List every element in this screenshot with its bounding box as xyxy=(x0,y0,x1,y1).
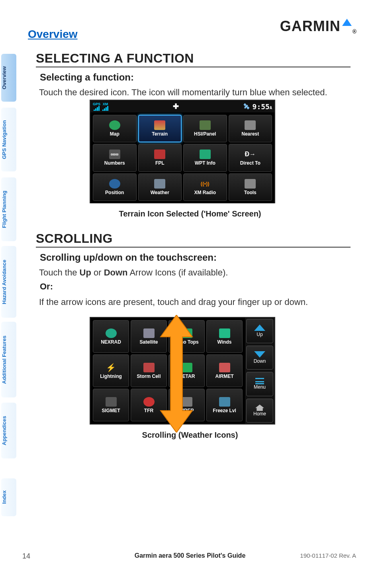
garmin-logo-text: GARMIN xyxy=(280,18,341,35)
wx-icon-nexrad[interactable]: NEXRAD xyxy=(93,320,129,353)
screenshot-weather-scroll: NEXRAD Satellite Echo Tops Winds ⚡Lightn… xyxy=(90,317,275,425)
subheading-scrolling: Scrolling up/down on the touchscreen: xyxy=(40,252,217,263)
gps-signal-icon: GPS xyxy=(93,102,100,111)
home-icon-nearest[interactable]: Nearest xyxy=(229,115,272,142)
tab-overview[interactable]: Overview xyxy=(1,54,16,102)
section-header: Overview xyxy=(28,28,78,40)
wx-icon-winds[interactable]: Winds xyxy=(206,320,243,353)
wx-icon-sigmet[interactable]: SIGMET xyxy=(93,389,129,421)
up-button[interactable]: Up xyxy=(246,319,273,343)
home-icon-position[interactable]: Position xyxy=(93,173,137,201)
screenshot-home-screen: GPS XM ✚ 🛰 9:55A Map Terrain HSI/Panel N… xyxy=(90,100,275,203)
garmin-triangle-icon xyxy=(342,19,352,26)
wx-icon-airmet[interactable]: AIRMET xyxy=(206,354,243,387)
wx-icon-echo-tops[interactable]: Echo Tops xyxy=(168,320,205,353)
home-icon-fpl[interactable]: FPL xyxy=(138,144,182,171)
tab-additional-features[interactable]: Additional Features xyxy=(1,322,16,397)
home-icon xyxy=(255,405,264,411)
subheading-selecting-function: Selecting a function: xyxy=(40,72,134,83)
home-icon-map[interactable]: Map xyxy=(93,115,137,142)
menu-icon xyxy=(255,378,264,384)
clock-time: 9:55A xyxy=(253,102,272,111)
tab-index[interactable]: Index xyxy=(1,478,16,516)
body-selecting-function: Touch the desired icon. The icon will mo… xyxy=(39,87,352,98)
heading-scrolling: SCROLLING xyxy=(36,231,351,248)
home-icon-xm-radio[interactable]: ((•))XM Radio xyxy=(183,173,227,201)
body-scrolling-1: Touch the Up or Down Arrow Icons (if ava… xyxy=(39,267,352,279)
home-icon-tools[interactable]: Tools xyxy=(229,173,272,201)
status-center-icon: ✚ xyxy=(108,102,244,111)
home-icon-direct-to[interactable]: Ð→Direct To xyxy=(229,144,272,171)
wx-icon-metar[interactable]: METAR xyxy=(168,354,205,387)
tab-gps-navigation[interactable]: GPS Navigation xyxy=(1,108,16,171)
wx-icon-pirep[interactable]: PIREP xyxy=(168,389,205,421)
menu-button[interactable]: Menu xyxy=(246,372,273,396)
wx-icon-freeze-lvl[interactable]: Freeze Lvl xyxy=(206,389,243,421)
down-button[interactable]: Down xyxy=(246,346,273,370)
garmin-logo: GARMIN ® xyxy=(280,18,357,35)
caption-home-screen: Terrain Icon Selected ('Home' Screen) xyxy=(0,209,380,218)
heading-selecting-function: SELECTING A FUNCTION xyxy=(36,51,351,67)
home-icon-wpt-info[interactable]: WPT Info xyxy=(183,144,227,171)
wx-icon-lightning[interactable]: ⚡Lightning xyxy=(93,354,129,387)
satellite-status-icon: 🛰 xyxy=(244,103,249,110)
wx-icon-tfr[interactable]: TFR xyxy=(131,389,167,421)
wx-icon-storm-cell[interactable]: Storm Cell xyxy=(131,354,167,387)
sidebar-tabs: Overview GPS Navigation Flight Planning … xyxy=(0,0,18,588)
body-scrolling-2: If the arrow icons are present, touch an… xyxy=(39,297,352,308)
footer-rev: 190-01117-02 Rev. A xyxy=(300,552,356,559)
or-label: Or: xyxy=(40,281,53,292)
xm-signal-icon: XM xyxy=(102,102,108,111)
wx-icon-satellite[interactable]: Satellite xyxy=(131,320,167,353)
weather-icon-grid: NEXRAD Satellite Echo Tops Winds ⚡Lightn… xyxy=(90,318,245,424)
status-bar: GPS XM ✚ 🛰 9:55A xyxy=(90,100,274,112)
home-icon-hsi-panel[interactable]: HSI/Panel xyxy=(183,115,227,142)
arrow-up-icon xyxy=(254,324,265,331)
home-icon-terrain[interactable]: Terrain xyxy=(138,115,182,142)
tab-hazard-avoidance[interactable]: Hazard Avoidance xyxy=(1,246,16,318)
arrow-down-icon xyxy=(254,351,265,358)
home-icon-numbers[interactable]: 00000Numbers xyxy=(93,144,137,171)
home-button[interactable]: Home xyxy=(246,399,273,423)
garmin-registered: ® xyxy=(353,28,357,35)
caption-weather-scroll: Scrolling (Weather Icons) xyxy=(0,431,380,440)
side-button-column: Up Down Menu Home xyxy=(245,318,274,424)
home-icon-weather[interactable]: Weather xyxy=(138,173,182,201)
home-icon-grid: Map Terrain HSI/Panel Nearest 00000Numbe… xyxy=(90,112,274,203)
page-footer: 14 Garmin aera 500 Series Pilot's Guide … xyxy=(0,552,380,568)
